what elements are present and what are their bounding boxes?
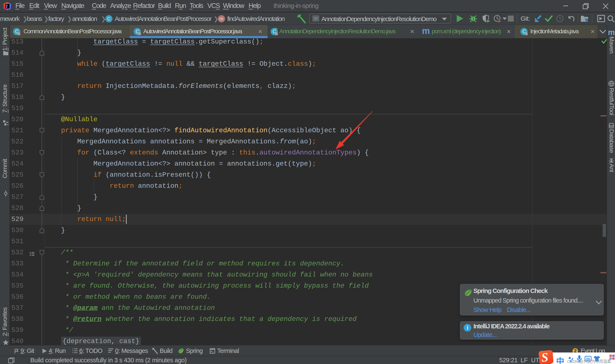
- svg-text:IJ: IJ: [6, 4, 7, 7]
